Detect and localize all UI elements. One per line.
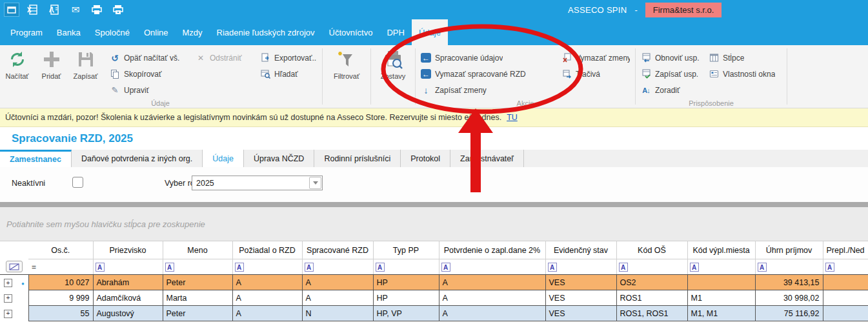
cell-typ-pp[interactable]: HP xyxy=(373,290,439,306)
cell-oscislo[interactable]: 9 999 xyxy=(28,290,93,306)
exportovat-button[interactable]: Exportovať... xyxy=(256,50,321,66)
vlastnosti-okna-button[interactable]: Vlastnosti okna xyxy=(705,66,785,82)
cell-priezvisko[interactable]: Adamčíková xyxy=(93,290,163,306)
cell-meno[interactable]: Peter xyxy=(163,275,232,290)
cell-oscislo[interactable]: 55 xyxy=(28,306,93,321)
tab-udaje[interactable]: Údaje xyxy=(203,150,244,167)
hladat-button[interactable]: Hľadať xyxy=(256,66,321,82)
menu-item-dph[interactable]: DPH xyxy=(379,19,411,45)
column-header-potvrdenie[interactable]: Potvrdenie o zapl.dane 2% xyxy=(439,241,545,259)
cell-potvrdenie[interactable]: A xyxy=(439,275,545,290)
cell-oscislo[interactable]: 10 027 xyxy=(28,275,93,290)
filter-cell-evidencny[interactable]: A xyxy=(545,259,616,275)
tab-zamestnavatel[interactable]: Zamestnávateľ xyxy=(450,150,524,167)
expand-row-button[interactable]: + xyxy=(4,279,12,287)
menu-item-banka[interactable]: Banka xyxy=(50,19,88,45)
tab-uprava-nczd[interactable]: Úprava NČZD xyxy=(244,150,315,167)
export-excel-icon[interactable] xyxy=(25,3,41,17)
restore-window-icon[interactable] xyxy=(4,3,19,17)
cell-prepl[interactable] xyxy=(823,306,868,321)
vymazat-spracovane-rzd-button[interactable]: ← Vymazať spracované RZD xyxy=(417,66,558,82)
cell-potvrdenie[interactable]: A xyxy=(439,290,545,306)
menu-item-riadenie-ludskych-zdrojov[interactable]: Riadenie ľudských zdrojov xyxy=(210,19,322,45)
cell-evidencny[interactable]: VES xyxy=(545,275,616,290)
cell-spracovane[interactable]: A xyxy=(302,290,373,306)
filtrovat-button[interactable]: Filtrovať xyxy=(324,45,369,80)
vymazat-zmeny-button[interactable]: Vymazať zmeny xyxy=(558,50,634,66)
print-icon[interactable] xyxy=(89,3,105,17)
cell-poziadal[interactable]: A xyxy=(232,290,302,306)
odstranit-button[interactable]: ✕ Odstrániť xyxy=(192,50,246,66)
zostavy-button[interactable]: Zostavy xyxy=(372,45,414,80)
tab-zamestnanec[interactable]: Zamestnanec xyxy=(0,150,72,167)
column-header-kod-vypl[interactable]: Kód výpl.miesta xyxy=(687,241,755,259)
cell-priezvisko[interactable]: Abrahám xyxy=(93,275,163,290)
cell-kod-vypl[interactable]: M1, M1 xyxy=(687,306,755,321)
zoradit-button[interactable]: A↓ Zoradiť xyxy=(637,82,705,98)
table-row[interactable]: + 9 999 Adamčíková Marta A A HP A VES RO… xyxy=(0,290,868,306)
filter-cell-uhrn[interactable]: A xyxy=(755,259,823,275)
cell-spracovane[interactable]: N xyxy=(302,306,373,321)
column-header-evidencny-stav[interactable]: Evidenčný stav xyxy=(545,241,616,259)
menu-item-uctovnictvo[interactable]: Účtovníctvo xyxy=(322,19,380,45)
cell-poziadal[interactable]: A xyxy=(232,306,302,321)
menu-item-udaje[interactable]: Údaje xyxy=(412,19,448,45)
cell-prepl[interactable] xyxy=(823,290,868,306)
column-header-spracovane[interactable]: Spracované RZD xyxy=(302,241,373,259)
menu-item-spolocne[interactable]: Spoločné xyxy=(88,19,137,45)
zapisat-button[interactable]: Zapísať xyxy=(68,45,103,80)
table-row[interactable]: + ● 10 027 Abrahám Peter A A HP A VES OS… xyxy=(0,275,868,290)
cell-poziadal[interactable]: A xyxy=(232,275,302,290)
cell-prepl[interactable] xyxy=(823,275,868,290)
export-pdf-icon[interactable] xyxy=(46,3,62,17)
filter-cell-oscislo[interactable]: = xyxy=(28,259,93,275)
cell-typ-pp[interactable]: HP, VP xyxy=(373,306,439,321)
filter-cell-priezvisko[interactable]: A xyxy=(93,259,163,275)
tab-danove-potvrdenia[interactable]: Daňové potvrdenia z iných org. xyxy=(72,150,203,167)
tab-protokol[interactable]: Protokol xyxy=(401,150,450,167)
send-email-icon[interactable]: ✉ xyxy=(68,3,83,17)
chevron-down-icon[interactable] xyxy=(309,177,321,189)
column-header-prepl[interactable]: Prepl./Ned xyxy=(823,241,868,259)
column-header-kod-os[interactable]: Kód OŠ xyxy=(616,241,687,259)
column-header-typ-pp[interactable]: Typ PP xyxy=(373,241,439,259)
filter-cell-meno[interactable]: A xyxy=(163,259,232,275)
filter-cell-kod-vypl[interactable]: A xyxy=(687,259,755,275)
spracovanie-udajov-button[interactable]: ← Spracovanie údajov xyxy=(417,50,558,66)
cell-kod-vypl[interactable]: M1 xyxy=(687,290,755,306)
cell-meno[interactable]: Peter xyxy=(163,306,232,321)
cell-kod-os[interactable]: ROS1, ROS1 xyxy=(616,306,687,321)
table-row[interactable]: + 55 Augustový Peter A N HP, VP A VES RO… xyxy=(0,306,868,321)
zapisat-usp-button[interactable]: Zapísať usp. xyxy=(637,66,705,82)
clear-filter-button[interactable] xyxy=(6,261,23,272)
cell-evidencny[interactable]: VES xyxy=(545,306,616,321)
cell-priezvisko[interactable]: Augustový xyxy=(93,306,163,321)
neaktivni-checkbox[interactable] xyxy=(72,177,83,188)
upravit-button[interactable]: ✎ Upraviť xyxy=(106,82,253,98)
cell-kod-os[interactable]: OS2 xyxy=(616,275,687,290)
expand-row-button[interactable]: + xyxy=(4,294,12,303)
column-header-meno[interactable]: Meno xyxy=(163,241,232,259)
cell-uhrn[interactable]: 75 116,92 xyxy=(755,306,823,321)
menu-item-mzdy[interactable]: Mzdy xyxy=(176,19,210,45)
cell-meno[interactable]: Marta xyxy=(163,290,232,306)
tlaciva-button[interactable]: Tlačivá xyxy=(558,66,634,82)
filter-cell-poziadal[interactable]: A xyxy=(232,259,302,275)
pridat-button[interactable]: Pridať xyxy=(34,45,68,80)
vyber-rok-select[interactable]: 2025 xyxy=(192,176,323,190)
filter-cell-prepl[interactable]: A xyxy=(823,259,868,275)
column-header-poziadal[interactable]: Požiadal o RZD xyxy=(232,241,302,259)
column-header-uhrn[interactable]: Úhrn príjmov xyxy=(755,241,823,259)
zapisat-zmeny-button[interactable]: ↓ Zapísať zmeny xyxy=(417,82,558,98)
opat-nacitat-button[interactable]: ↺ Opäť načítať vš. xyxy=(106,50,192,66)
menu-item-online[interactable]: Online xyxy=(137,19,176,45)
notification-link[interactable]: TU xyxy=(507,113,518,122)
filter-cell-potvrdenie[interactable]: A xyxy=(439,259,545,275)
cell-kod-vypl[interactable] xyxy=(687,275,755,290)
cell-kod-os[interactable]: ROS1 xyxy=(616,290,687,306)
tab-rodinni-prislusnici[interactable]: Rodinní príslušníci xyxy=(314,150,401,167)
quick-print-icon[interactable] xyxy=(110,3,126,17)
filter-cell-spracovane[interactable]: A xyxy=(302,259,373,275)
skopirovat-button[interactable]: Skopírovať xyxy=(106,66,253,82)
menu-item-program[interactable]: Program xyxy=(3,19,50,45)
